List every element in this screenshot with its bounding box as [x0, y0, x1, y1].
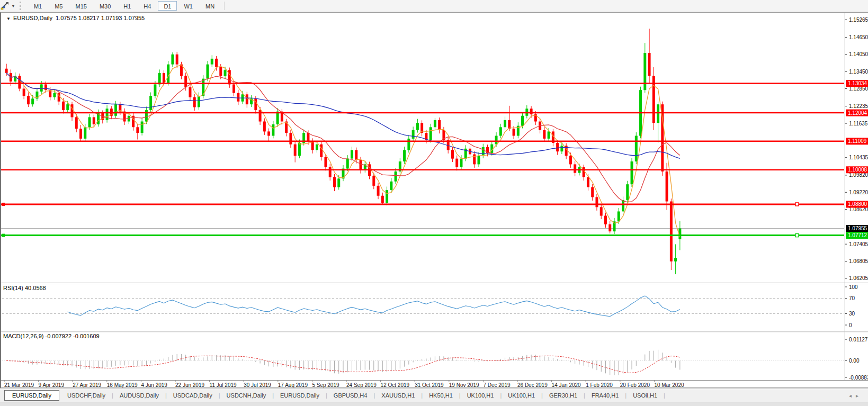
chart-tab-eurusd-daily[interactable]: EURUSD,Daily	[4, 390, 59, 401]
svg-text:16 May 2019: 16 May 2019	[107, 382, 138, 387]
chart-tab-usoil-h1[interactable]: USOil,H1	[627, 391, 663, 400]
chart-tab-uk100-h1[interactable]: UK100,H1	[461, 391, 500, 400]
svg-text:19 Nov 2019: 19 Nov 2019	[449, 382, 479, 387]
timeframe-button-m30[interactable]: M30	[94, 1, 117, 11]
svg-text:30: 30	[849, 311, 855, 317]
macd-indicator-label: MACD(12,26,9) -0.007922 -0.001609	[3, 333, 100, 339]
chart-tab-gbpusd-h4[interactable]: GBPUSD,H4	[328, 391, 373, 400]
svg-text:1.13450: 1.13450	[849, 69, 868, 75]
status-strip	[0, 402, 868, 406]
svg-text:27 Apr 2019: 27 Apr 2019	[73, 382, 101, 387]
svg-text:5 Sep 2019: 5 Sep 2019	[312, 382, 339, 387]
svg-text:1.08800: 1.08800	[848, 201, 867, 207]
chart-window[interactable]: ▼EURUSD,Daily 1.07575 1.08217 1.07193 1.…	[0, 12, 868, 388]
chart-tab-usdchf-daily[interactable]: USDCHF,Daily	[61, 391, 111, 400]
chart-tab-hk50-h1[interactable]: HK50,H1	[423, 391, 459, 400]
timeframe-button-m1[interactable]: M1	[28, 1, 48, 11]
rsi-indicator-label: RSI(14) 40.0568	[3, 285, 46, 291]
svg-text:1.06805: 1.06805	[849, 258, 868, 264]
cursor-tool-dropdown-icon[interactable]: ▼	[11, 4, 15, 8]
toolbar-grip[interactable]	[20, 2, 23, 10]
tab-scroll-arrows[interactable]: ◂▸	[849, 393, 863, 399]
svg-text:9 Apr 2019: 9 Apr 2019	[39, 382, 65, 387]
svg-text:1.12004: 1.12004	[848, 110, 867, 116]
svg-text:14 Jan 2020: 14 Jan 2020	[552, 382, 581, 387]
timeframe-button-m15[interactable]: M15	[69, 1, 92, 11]
macd-panel: 0.0112770.00-0.008837	[2, 337, 868, 381]
chart-symbol-label: EURUSD,Daily	[13, 15, 52, 21]
chart-tab-eurusd-daily-2[interactable]: EURUSD,Daily	[274, 391, 325, 400]
chart-tab-ger30-h1[interactable]: GER30,H1	[543, 391, 583, 400]
svg-text:1.13034: 1.13034	[848, 80, 867, 86]
svg-text:-0.008837: -0.008837	[849, 375, 868, 381]
svg-text:26 Dec 2019: 26 Dec 2019	[517, 382, 548, 387]
svg-text:1.14650: 1.14650	[849, 34, 868, 40]
svg-text:1.11009: 1.11009	[848, 138, 867, 144]
cursor-tool-icon[interactable]	[1, 2, 10, 10]
chart-canvas[interactable]: 100703000.0112770.00-0.0088371.152651.14…	[1, 13, 868, 387]
svg-text:31 Oct 2019: 31 Oct 2019	[415, 382, 444, 387]
chart-ohlc-values: 1.07575 1.08217 1.07193 1.07955	[56, 15, 145, 21]
date-axis: 21 Mar 20199 Apr 201927 Apr 201916 May 2…	[4, 380, 684, 387]
chart-tab-uk100-h1-2[interactable]: UK100,H1	[502, 391, 541, 400]
trading-terminal: ▼ M1 M5 M15 M30 H1 H4 D1 W1 MN ▼EURUSD,D…	[0, 0, 868, 406]
timeframe-button-h4[interactable]: H4	[138, 1, 157, 11]
rsi-value: 40.0568	[25, 285, 46, 291]
chart-tab-xauusd-h1[interactable]: XAUUSD,H1	[375, 391, 420, 400]
svg-text:20 Feb 2020: 20 Feb 2020	[620, 382, 650, 387]
svg-text:1.07405: 1.07405	[849, 241, 868, 247]
svg-text:1.07955: 1.07955	[848, 225, 867, 231]
svg-text:1.07712: 1.07712	[848, 232, 867, 238]
svg-text:1 Feb 2020: 1 Feb 2020	[586, 382, 613, 387]
svg-text:70: 70	[849, 295, 855, 301]
timeframe-button-w1[interactable]: W1	[178, 1, 199, 11]
timeframe-button-d1[interactable]: D1	[158, 1, 177, 11]
svg-text:22 Jun 2019: 22 Jun 2019	[175, 382, 204, 387]
svg-text:11 Jul 2019: 11 Jul 2019	[210, 382, 237, 387]
timeframe-button-m5[interactable]: M5	[49, 1, 68, 11]
svg-text:0: 0	[849, 322, 852, 328]
svg-text:1.12235: 1.12235	[849, 103, 868, 109]
timeframe-toolbar: ▼ M1 M5 M15 M30 H1 H4 D1 W1 MN	[0, 0, 868, 12]
chart-dropdown-icon[interactable]: ▼	[6, 16, 11, 21]
chart-tab-bar: EURUSD,Daily USDCHF,Daily| AUDUSD,Daily|…	[0, 389, 868, 402]
price-axis: 1.152651.146501.140501.134501.128501.122…	[845, 13, 868, 380]
tab-scroll-right-icon: ▸	[856, 393, 863, 399]
svg-text:12 Oct 2019: 12 Oct 2019	[381, 382, 410, 387]
svg-text:1.10008: 1.10008	[848, 167, 867, 173]
svg-text:21 Mar 2019: 21 Mar 2019	[4, 382, 34, 387]
toolbar-separator	[224, 2, 225, 10]
svg-text:1.10435: 1.10435	[849, 155, 868, 160]
chart-tab-fra40-h1[interactable]: FRA40,H1	[586, 391, 624, 400]
chart-title: ▼EURUSD,Daily 1.07575 1.08217 1.07193 1.…	[6, 15, 145, 21]
svg-text:7 Dec 2019: 7 Dec 2019	[483, 382, 511, 387]
svg-text:0.00: 0.00	[849, 358, 860, 364]
rsi-panel: 10070300	[2, 284, 858, 328]
svg-text:1.09220: 1.09220	[849, 190, 868, 195]
svg-text:17 Aug 2019: 17 Aug 2019	[278, 382, 308, 387]
svg-text:1.06205: 1.06205	[849, 275, 868, 281]
svg-text:1.15265: 1.15265	[849, 17, 868, 23]
main-price-panel	[1, 29, 844, 274]
svg-text:1.11635: 1.11635	[849, 121, 868, 127]
svg-text:24 Sep 2019: 24 Sep 2019	[346, 382, 377, 387]
chart-tab-usdcnh-daily[interactable]: USDCNH,Daily	[221, 391, 272, 400]
chart-tab-audusd-daily[interactable]: AUDUSD,Daily	[114, 391, 165, 400]
svg-text:10 Mar 2020: 10 Mar 2020	[654, 382, 684, 387]
timeframe-button-h1[interactable]: H1	[118, 1, 137, 11]
svg-text:1.14050: 1.14050	[849, 51, 868, 57]
macd-values: -0.007922 -0.001609	[45, 333, 99, 339]
svg-text:0.011277: 0.011277	[849, 337, 868, 342]
tab-scroll-left-icon: ◂	[849, 393, 856, 399]
timeframe-button-mn[interactable]: MN	[200, 1, 220, 11]
svg-text:4 Jun 2019: 4 Jun 2019	[141, 382, 167, 387]
svg-text:100: 100	[849, 284, 858, 290]
svg-text:30 Jul 2019: 30 Jul 2019	[244, 382, 271, 387]
chart-tab-usdcad-daily[interactable]: USDCAD,Daily	[167, 391, 218, 400]
